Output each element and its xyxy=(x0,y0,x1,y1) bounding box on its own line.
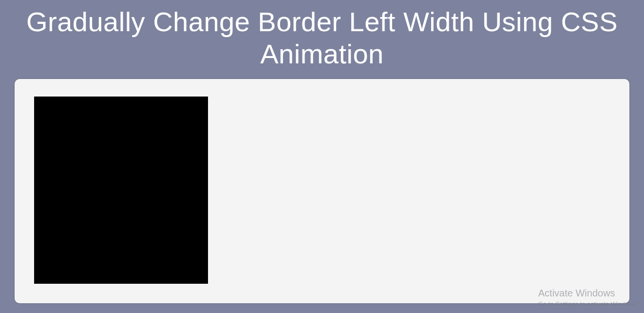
watermark-title: Activate Windows xyxy=(538,287,638,299)
watermark-subtitle: Go to Settings to activate Windows. xyxy=(538,300,638,308)
page-title: Gradually Change Border Left Width Using… xyxy=(0,0,644,70)
content-panel xyxy=(15,79,629,303)
windows-activation-watermark: Activate Windows Go to Settings to activ… xyxy=(538,287,638,308)
animated-border-box xyxy=(34,97,208,284)
